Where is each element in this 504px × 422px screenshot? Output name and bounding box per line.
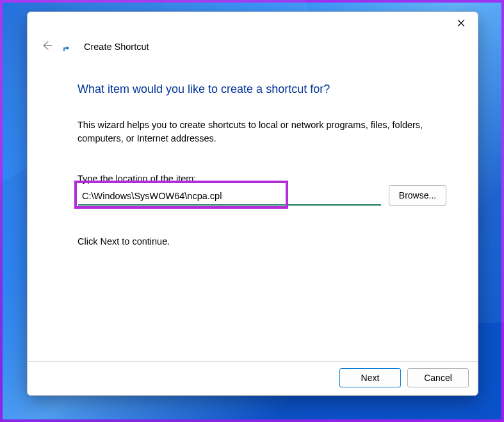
create-shortcut-dialog: Create Shortcut What item would you like… [27, 12, 478, 396]
location-field-label: Type the location of the item: [77, 174, 196, 184]
dialog-title: Create Shortcut [84, 42, 149, 52]
continue-instruction: Click Next to continue. [77, 236, 170, 247]
browse-button[interactable]: Browse... [389, 185, 446, 206]
location-input[interactable] [78, 188, 381, 206]
dialog-footer: Next Cancel [339, 368, 469, 387]
cancel-button[interactable]: Cancel [407, 368, 469, 387]
next-button[interactable]: Next [339, 368, 401, 387]
dialog-header: Create Shortcut [39, 39, 149, 54]
screenshot-frame: Create Shortcut What item would you like… [0, 0, 504, 422]
close-button[interactable] [447, 13, 475, 34]
back-arrow-icon [40, 39, 53, 54]
wizard-description: This wizard helps you to create shortcut… [77, 118, 436, 145]
shortcut-icon [63, 42, 75, 52]
back-button[interactable] [39, 39, 54, 54]
wizard-heading: What item would you like to create a sho… [77, 83, 330, 96]
footer-separator [28, 361, 478, 362]
close-icon [457, 18, 465, 29]
